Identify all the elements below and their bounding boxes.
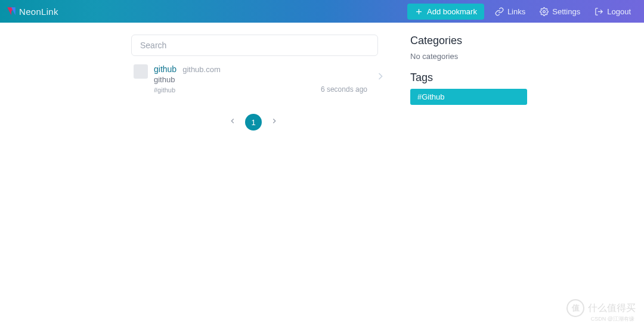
logout-label: Logout bbox=[607, 7, 631, 16]
search-input[interactable] bbox=[131, 35, 378, 56]
app-header: NeonLink Add bookmark Links Settings Log… bbox=[0, 0, 644, 23]
watermark-text: 什么值得买 bbox=[588, 302, 636, 315]
logout-icon bbox=[595, 7, 603, 16]
links-nav[interactable]: Links bbox=[488, 4, 532, 20]
logo[interactable]: NeonLink bbox=[6, 6, 58, 17]
pager-prev[interactable] bbox=[228, 117, 237, 128]
bookmark-description: github bbox=[154, 75, 394, 84]
settings-label: Settings bbox=[552, 7, 580, 16]
bookmarks-column: github github.com github #github 6 secon… bbox=[131, 35, 394, 131]
tag-chip[interactable]: #Github bbox=[410, 89, 527, 105]
bookmark-title[interactable]: github bbox=[154, 64, 177, 74]
svg-point-0 bbox=[543, 10, 546, 13]
bookmark-item[interactable]: github github.com github #github 6 secon… bbox=[131, 56, 394, 98]
add-bookmark-label: Add bookmark bbox=[427, 7, 477, 16]
chevron-right-icon bbox=[374, 70, 386, 82]
categories-heading: Categories bbox=[410, 35, 535, 47]
app-name: NeonLink bbox=[19, 7, 58, 17]
watermark-icon: 值 bbox=[566, 299, 584, 317]
plus-icon bbox=[414, 7, 423, 16]
chevron-right-icon bbox=[270, 117, 278, 125]
categories-empty: No categories bbox=[410, 52, 535, 61]
pager-page-current[interactable]: 1 bbox=[245, 114, 262, 131]
main-content: github github.com github #github 6 secon… bbox=[0, 23, 644, 131]
chevron-left-icon bbox=[228, 117, 237, 125]
gear-icon bbox=[540, 7, 549, 16]
bookmark-timestamp: 6 seconds ago bbox=[321, 85, 367, 94]
pagination: 1 bbox=[113, 114, 394, 131]
tags-heading: Tags bbox=[410, 72, 535, 84]
links-label: Links bbox=[507, 7, 525, 16]
logout-nav[interactable]: Logout bbox=[587, 4, 638, 20]
sidebar: Categories No categories Tags #Github bbox=[410, 35, 535, 131]
watermark: 值 什么值得买 bbox=[566, 299, 636, 317]
link-icon bbox=[495, 7, 504, 16]
bookmark-url: github.com bbox=[182, 65, 221, 74]
bookmark-expand[interactable] bbox=[374, 70, 386, 85]
watermark-sub: CSDN @江湖有缘 bbox=[591, 315, 634, 323]
bookmark-favicon bbox=[134, 64, 148, 79]
pager-next[interactable] bbox=[270, 117, 278, 128]
settings-nav[interactable]: Settings bbox=[532, 4, 587, 20]
logo-icon bbox=[6, 6, 17, 17]
add-bookmark-button[interactable]: Add bookmark bbox=[407, 4, 484, 20]
